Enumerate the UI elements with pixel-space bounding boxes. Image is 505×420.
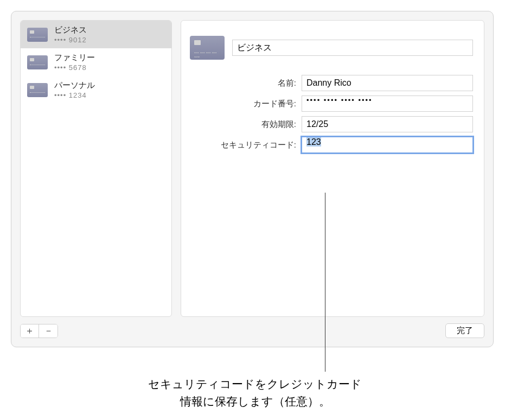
main-area: ビジネス •••• 9012 ファミリー •••• 5678 パーソナル •••…: [11, 11, 493, 319]
card-masked-number: •••• 1234: [54, 91, 95, 99]
card-title: パーソナル: [54, 80, 95, 91]
card-number-label: カード番号:: [190, 99, 302, 109]
credit-card-icon: [27, 28, 48, 42]
add-button[interactable]: ＋: [21, 324, 39, 338]
card-list-sidebar: ビジネス •••• 9012 ファミリー •••• 5678 パーソナル •••…: [20, 20, 172, 317]
card-info: ファミリー •••• 5678: [54, 53, 95, 72]
callout-text: セキュリティコードをクレジットカード 情報に保存します（任意）。: [65, 376, 445, 410]
preferences-window: ビジネス •••• 9012 ファミリー •••• 5678 パーソナル •••…: [11, 11, 494, 347]
credit-card-icon: [27, 55, 48, 69]
minus-icon: －: [44, 326, 53, 335]
card-title-input[interactable]: [232, 40, 473, 56]
card-masked-number: •••• 5678: [54, 63, 95, 72]
card-title: ビジネス: [54, 25, 87, 35]
card-list-item[interactable]: ファミリー •••• 5678: [21, 48, 171, 76]
card-list-item[interactable]: パーソナル •••• 1234: [21, 76, 171, 104]
card-info: ビジネス •••• 9012: [54, 25, 87, 44]
name-label: 名前:: [190, 78, 302, 88]
expiry-label: 有効期限:: [190, 119, 302, 130]
remove-button[interactable]: －: [39, 324, 57, 338]
security-code-label: セキュリティコード:: [190, 140, 302, 150]
card-number-input[interactable]: •••• •••• •••• ••••: [302, 96, 473, 112]
card-masked-number: •••• 9012: [54, 36, 87, 44]
card-detail-panel: •••• •••• •••• •••• name 名前: カード番号: ••••…: [181, 20, 484, 317]
done-button[interactable]: 完了: [445, 323, 484, 338]
security-code-input[interactable]: 123: [302, 137, 473, 153]
card-info: パーソナル •••• 1234: [54, 80, 95, 99]
credit-card-icon: •••• •••• •••• •••• name: [190, 36, 225, 60]
card-title: ファミリー: [54, 53, 95, 63]
plus-icon: ＋: [25, 326, 34, 335]
bottom-bar: ＋ － 完了: [11, 319, 493, 347]
card-list-item[interactable]: ビジネス •••• 9012: [21, 21, 171, 48]
expiry-input[interactable]: [302, 116, 473, 132]
detail-header: •••• •••• •••• •••• name: [190, 36, 473, 60]
add-remove-group: ＋ －: [20, 324, 58, 338]
credit-card-icon: [27, 83, 48, 97]
name-input[interactable]: [302, 75, 473, 91]
callout-line: [325, 193, 325, 372]
